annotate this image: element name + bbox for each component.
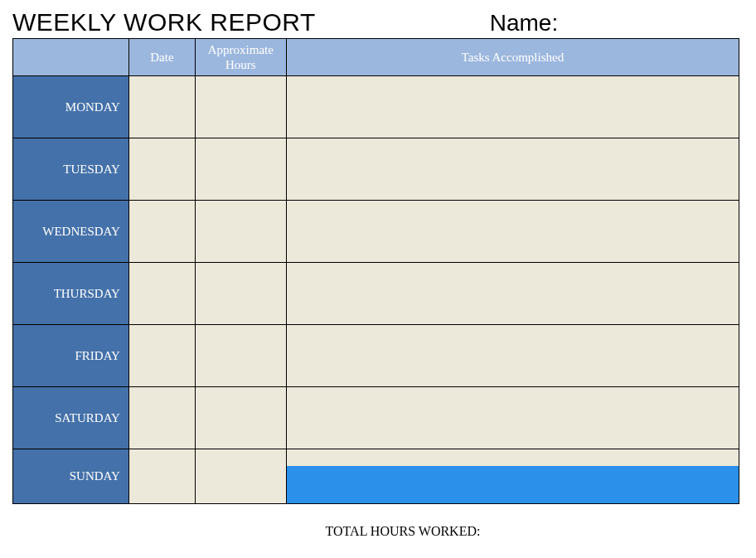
day-label: WEDNESDAY (13, 201, 129, 263)
table-row: FRIDAY (13, 325, 739, 387)
day-label: TUESDAY (13, 138, 129, 201)
header: WEEKLY WORK REPORT Name: (12, 8, 744, 36)
date-cell[interactable] (128, 325, 195, 387)
table-row: WEDNESDAY (13, 201, 739, 263)
tasks-cell[interactable] (286, 201, 739, 263)
date-cell[interactable] (128, 263, 195, 325)
hours-cell[interactable] (195, 387, 286, 449)
table-row: TUESDAY (13, 138, 739, 201)
day-label: SUNDAY (13, 449, 129, 504)
hours-cell[interactable] (195, 449, 286, 504)
hours-cell[interactable] (195, 201, 286, 263)
tasks-cell[interactable] (286, 263, 739, 325)
tasks-top-area (287, 449, 739, 466)
total-hours-label: TOTAL HOURS WORKED: (62, 524, 744, 539)
hours-cell[interactable] (195, 325, 286, 387)
tasks-cell[interactable] (286, 387, 739, 449)
hours-cell[interactable] (195, 76, 286, 138)
tasks-cell[interactable] (286, 138, 739, 201)
col-tasks-header: Tasks Accomplished (286, 39, 739, 76)
day-label: THURSDAY (13, 263, 129, 325)
col-hours-header: Approximate Hours (195, 39, 286, 76)
tasks-cell[interactable] (286, 449, 739, 504)
date-cell[interactable] (128, 201, 195, 263)
date-cell[interactable] (128, 76, 195, 138)
table-row: THURSDAY (13, 263, 739, 325)
day-label: SATURDAY (13, 387, 129, 449)
name-label: Name: (490, 10, 558, 36)
page-title: WEEKLY WORK REPORT (12, 8, 316, 36)
day-label: FRIDAY (13, 325, 129, 387)
col-date-header: Date (128, 39, 195, 76)
hours-line1: Approximate (208, 43, 274, 56)
tasks-cell[interactable] (286, 325, 739, 387)
report-table: Date Approximate Hours Tasks Accomplishe… (12, 38, 739, 504)
table-row: SUNDAY (13, 449, 739, 504)
header-row: Date Approximate Hours Tasks Accomplishe… (13, 39, 739, 76)
hours-cell[interactable] (195, 138, 286, 201)
hours-line2: Hours (225, 58, 256, 71)
table-row: SATURDAY (13, 387, 739, 449)
tasks-highlight (287, 466, 739, 503)
hours-cell[interactable] (195, 263, 286, 325)
date-cell[interactable] (128, 138, 195, 201)
table-row: MONDAY (13, 76, 739, 138)
date-cell[interactable] (128, 449, 195, 504)
day-label: MONDAY (13, 76, 129, 138)
col-day-header (13, 39, 129, 76)
tasks-cell[interactable] (286, 76, 739, 138)
date-cell[interactable] (128, 387, 195, 449)
